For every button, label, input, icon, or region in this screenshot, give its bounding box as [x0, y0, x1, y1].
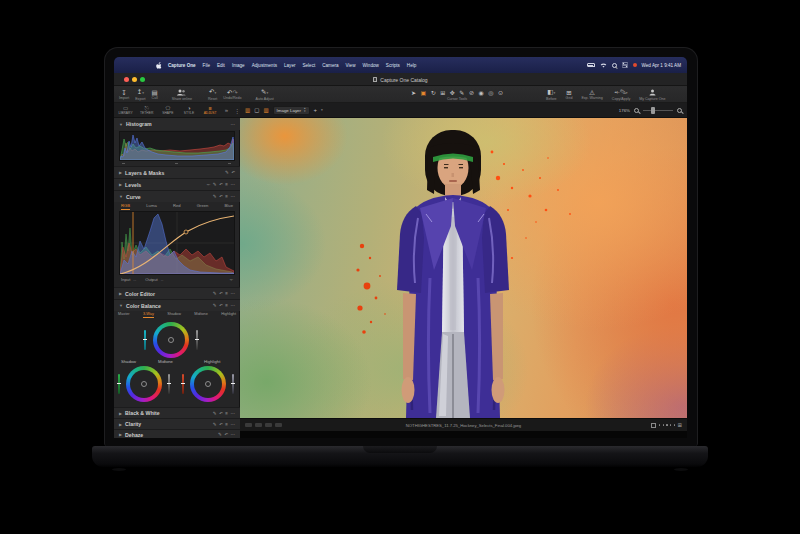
menu-layer[interactable]: Layer — [284, 63, 296, 68]
undo-redo-button[interactable]: ↶↷ Undo/Redo — [223, 86, 241, 103]
tab-style[interactable]: ◑ STYLE — [180, 105, 197, 115]
reset-adjustment-icon[interactable]: ↶ — [219, 411, 223, 416]
panel-more-icon[interactable]: ⋯ — [231, 122, 236, 127]
control-center-icon[interactable] — [622, 62, 628, 68]
color-editor-panel-header[interactable]: ▶Color Editor ✎↶≡⋯ — [114, 287, 240, 299]
zoom-slider-thumb[interactable] — [651, 107, 655, 114]
histogram-panel-header[interactable]: ▼Histogram ⋯ — [114, 118, 240, 130]
panel-more-icon[interactable]: ⋯ — [231, 194, 236, 199]
cb-tab-highlight[interactable]: Highlight — [221, 312, 236, 318]
reset-adjustment-icon[interactable]: ↶ — [219, 182, 223, 187]
tab-shape[interactable]: ⬠ SHAPE — [159, 105, 176, 115]
clone-tool-icon[interactable]: ◎ — [488, 89, 493, 97]
import-button[interactable]: ↧ Import — [119, 86, 129, 103]
add-layer-button[interactable]: + — [314, 107, 318, 113]
menu-bar-clock[interactable]: Wed Apr 1 9:41 AM — [642, 63, 682, 68]
cull-button[interactable]: ▤ Cull — [152, 86, 158, 103]
spot-tool-icon[interactable]: ⊙ — [498, 89, 503, 97]
reset-adjustment-icon[interactable]: ↶ — [219, 194, 223, 199]
midtone-lightness-slider[interactable] — [196, 330, 198, 350]
photo-canvas[interactable] — [240, 118, 687, 418]
layer-actions-caret[interactable]: ▾ — [321, 108, 323, 112]
brush-icon[interactable]: ✎ — [213, 182, 217, 187]
menu-window[interactable]: Window — [362, 63, 378, 68]
menu-select[interactable]: Select — [302, 63, 315, 68]
tab-library[interactable]: ▭ LIBRARY — [117, 105, 134, 115]
layer-dropdown[interactable]: Image Layer ▴▾ — [273, 106, 310, 115]
compare-icon[interactable]: ▢ — [254, 107, 259, 113]
wifi-icon[interactable] — [600, 63, 607, 68]
dehaze-panel-header[interactable]: ▶Dehaze ✎↶⋯ — [114, 429, 240, 438]
menu-view[interactable]: View — [346, 63, 356, 68]
curve-picker-icon[interactable]: ⤝ — [230, 277, 233, 282]
curve-tab-red[interactable]: Red — [173, 203, 181, 210]
brush-icon[interactable]: ✎ — [213, 291, 217, 296]
zoom-out-icon[interactable] — [634, 108, 639, 113]
presets-icon[interactable]: ≡ — [225, 291, 228, 296]
curve-chart[interactable] — [119, 211, 235, 275]
layers-masks-panel-header[interactable]: ▶Layers & Masks ✎↶ — [114, 166, 240, 178]
zoom-level-value[interactable]: 176% — [619, 108, 630, 113]
reset-adjustment-icon[interactable]: ↶ — [224, 432, 228, 437]
reset-adjustment-icon[interactable]: ↶ — [219, 303, 223, 308]
menu-adjustments[interactable]: Adjustments — [252, 63, 277, 68]
share-online-button[interactable]: Share online — [172, 86, 192, 103]
panel-more-icon[interactable]: ⋯ — [231, 291, 236, 296]
menu-image[interactable]: Image — [232, 63, 245, 68]
copy-apply-button[interactable]: ⤝✎▾ Copy/Apply — [612, 86, 630, 103]
export-button[interactable]: ↥▾ Export — [135, 86, 145, 103]
zoom-fit-icon[interactable] — [677, 108, 682, 113]
zoom-slider[interactable] — [643, 110, 673, 111]
before-button[interactable]: ◧▾ Before — [546, 86, 557, 103]
panel-more-icon[interactable]: ⋯ — [231, 411, 236, 416]
show-adjustments-icon[interactable]: ▥ — [263, 107, 268, 113]
curve-tab-rgb[interactable]: RGB — [121, 203, 130, 210]
highlight-lightness-slider[interactable] — [232, 374, 234, 394]
clarity-panel-header[interactable]: ▶Clarity ✎↶≡⋯ — [114, 418, 240, 429]
tab-overflow-chevrons[interactable]: » — [225, 107, 228, 113]
cb-tab-shadow[interactable]: Shadow — [167, 312, 181, 318]
cb-tab-3way[interactable]: 3-Way — [143, 312, 154, 318]
shadow-lightness-slider[interactable] — [168, 374, 170, 394]
show-mask-icon[interactable]: ▥ — [245, 107, 250, 113]
record-dot-icon[interactable] — [633, 63, 637, 67]
eyedropper-icon[interactable]: ⤝ — [207, 182, 211, 187]
midtone-color-wheel[interactable] — [153, 322, 189, 358]
panel-more-icon[interactable]: ⋯ — [231, 422, 236, 427]
menu-edit[interactable]: Edit — [217, 63, 225, 68]
curve-input-value[interactable]: -- — [133, 277, 136, 282]
presets-icon[interactable]: ≡ — [225, 182, 228, 187]
panel-more-icon[interactable]: ⋯ — [231, 432, 236, 437]
brush-icon[interactable]: ✎ — [218, 432, 222, 437]
color-tag-badge[interactable] — [255, 423, 262, 427]
menu-help[interactable]: Help — [407, 63, 416, 68]
erase-mask-tool-icon[interactable]: ⊘ — [469, 89, 474, 97]
reset-adjustment-icon[interactable]: ↶ — [219, 422, 223, 427]
curve-panel-header[interactable]: ▼Curve ✎↶≡⋯ — [114, 190, 240, 202]
reset-adjustment-icon[interactable]: ↶ — [219, 291, 223, 296]
brush-icon[interactable]: ✎ — [213, 194, 217, 199]
auto-adjust-button[interactable]: ✎▾ Auto Adjust — [256, 86, 274, 103]
reset-button[interactable]: ↶▾ Reset — [208, 86, 217, 103]
brush-icon[interactable]: ✎ — [213, 411, 217, 416]
rating-badge[interactable] — [245, 423, 252, 427]
cb-tab-master[interactable]: Master — [118, 312, 130, 318]
cb-tab-midtone[interactable]: Midtone — [194, 312, 208, 318]
black-white-panel-header[interactable]: ▶Black & White ✎↶≡⋯ — [114, 407, 240, 418]
heal-tool-icon[interactable]: ◉ — [478, 89, 483, 97]
overlay-tool-icon[interactable]: ⊞ — [440, 89, 445, 97]
menu-file[interactable]: File — [203, 63, 210, 68]
midtone-saturation-slider[interactable] — [144, 330, 146, 350]
highlight-color-wheel[interactable] — [190, 366, 226, 402]
presets-icon[interactable]: ≡ — [225, 422, 228, 427]
brush-icon[interactable]: ✎ — [213, 422, 217, 427]
curve-tab-luma[interactable]: Luma — [146, 203, 156, 210]
draw-mask-tool-icon[interactable]: ✎ — [459, 89, 464, 97]
levels-panel-header[interactable]: ▶Levels ⤝✎↶≡⋯ — [114, 178, 240, 190]
variant-badge[interactable] — [265, 423, 272, 427]
curve-output-value[interactable]: -- — [161, 277, 164, 282]
tab-tether[interactable]: ⎋ TETHER — [138, 105, 155, 115]
format-badge[interactable] — [275, 423, 282, 427]
select-tool-icon[interactable]: ➤ — [411, 89, 416, 97]
my-capture-one-button[interactable]: My Capture One — [639, 86, 665, 103]
